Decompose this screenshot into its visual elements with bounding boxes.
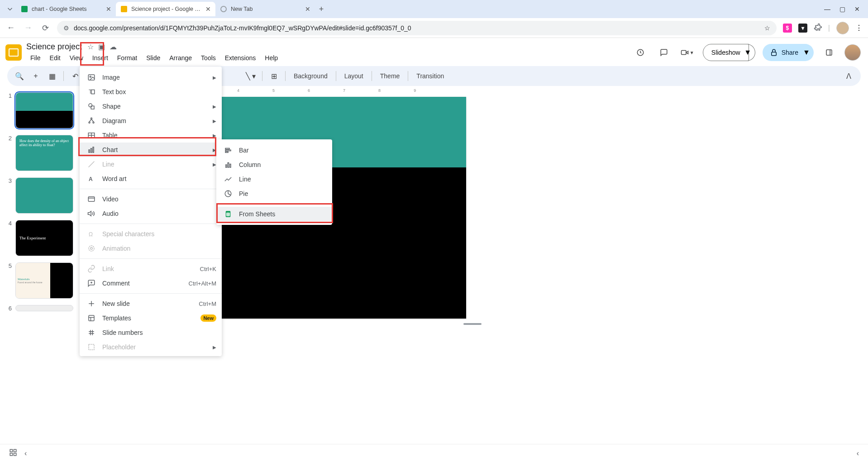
menu-edit[interactable]: Edit — [46, 52, 65, 63]
meet-button[interactable]: ▼ — [679, 44, 696, 61]
chevron-down-icon — [6, 5, 14, 13]
svg-text:A: A — [89, 176, 93, 182]
slideshow-dropdown[interactable]: ▼ — [741, 44, 755, 61]
transition-button[interactable]: Transition — [413, 72, 448, 80]
browser-tab-newtab[interactable]: New Tab ✕ — [215, 2, 315, 16]
new-slide-button[interactable]: + — [29, 69, 43, 83]
svg-rect-47 — [225, 150, 231, 151]
menu-item-video[interactable]: Video — [80, 192, 222, 206]
tab-search-button[interactable] — [4, 3, 16, 15]
account-avatar[interactable] — [844, 44, 861, 61]
menu-item-audio[interactable]: Audio — [80, 206, 222, 221]
slide-thumbnail[interactable] — [15, 305, 73, 311]
menu-view[interactable]: View — [66, 52, 87, 63]
menu-item-diagram[interactable]: Diagram▶ — [80, 114, 222, 128]
svg-rect-51 — [230, 164, 231, 168]
version-history-button[interactable] — [632, 44, 649, 61]
menu-item-comment[interactable]: CommentCtrl+Alt+M — [80, 276, 222, 291]
cloud-status-icon[interactable]: ☁ — [110, 43, 117, 51]
slide-thumbnail[interactable]: Materials Found around the house — [15, 262, 73, 299]
prev-slide-button[interactable]: ‹ — [24, 449, 27, 457]
search-menus-button[interactable]: 🔍 — [13, 69, 26, 83]
document-title[interactable]: Science project — [26, 42, 82, 52]
explore-button[interactable]: ‹ — [857, 449, 859, 457]
line-tool-button[interactable]: ╲ ▾ — [244, 69, 258, 83]
comments-button[interactable] — [656, 44, 672, 61]
submenu-item-from-sheets[interactable]: From Sheets — [216, 207, 332, 221]
menu-help[interactable]: Help — [261, 52, 282, 63]
menu-tools[interactable]: Tools — [197, 52, 220, 63]
menu-file[interactable]: File — [26, 52, 45, 63]
menu-item-text-box[interactable]: TText box — [80, 85, 222, 99]
extension-icon[interactable]: ▾ — [798, 24, 807, 33]
menu-extensions[interactable]: Extensions — [221, 52, 260, 63]
menu-item-table[interactable]: Table▶ — [80, 128, 222, 143]
menu-item-slide-numbers[interactable]: Slide numbers — [80, 325, 222, 340]
move-folder-icon[interactable]: ▣ — [98, 43, 105, 51]
bookmark-star-icon[interactable]: ☆ — [764, 24, 770, 32]
extensions-menu-icon[interactable] — [814, 23, 822, 33]
profile-avatar[interactable] — [836, 22, 849, 34]
window-minimize-button[interactable]: — — [824, 5, 830, 13]
svg-rect-46 — [225, 148, 229, 149]
slide-thumbnails-panel: 1 2 How does the density of an object af… — [0, 86, 81, 444]
nav-forward-button[interactable]: → — [23, 23, 33, 33]
submenu-item-bar[interactable]: Bar — [216, 143, 332, 157]
menu-item-templates[interactable]: TemplatesNew — [80, 311, 222, 325]
tab-title: chart - Google Sheets — [32, 6, 102, 12]
menu-item-shape[interactable]: Shape▶ — [80, 99, 222, 114]
menu-item-image[interactable]: Image▶ — [80, 70, 222, 85]
new-tab-button[interactable]: + — [315, 3, 328, 15]
slide-thumbnail[interactable]: The Experiment — [15, 220, 73, 256]
appbar-toggle-button[interactable] — [821, 44, 837, 61]
menu-item-label: Pie — [239, 190, 327, 197]
submenu-item-column[interactable]: Column — [216, 157, 332, 172]
share-dropdown[interactable]: ▼ — [799, 44, 814, 61]
slides-logo-icon[interactable] — [5, 44, 22, 61]
window-maximize-button[interactable]: ▢ — [839, 5, 845, 13]
comment-add-button[interactable]: ⊞ — [267, 69, 281, 83]
close-icon[interactable]: ✕ — [205, 5, 211, 13]
menu-item-label: Word art — [102, 175, 216, 182]
extension-icon[interactable]: $ — [783, 24, 792, 33]
grid-view-button[interactable] — [9, 448, 17, 458]
menu-item-word-art[interactable]: AWord art — [80, 171, 222, 186]
menu-slide[interactable]: Slide — [142, 52, 164, 63]
browser-tab-sheets[interactable]: chart - Google Sheets ✕ — [16, 2, 116, 16]
submenu-item-line[interactable]: Line — [216, 172, 332, 186]
svg-rect-3 — [771, 52, 776, 56]
thumb-number: 2 — [5, 135, 12, 142]
background-button[interactable]: Background — [290, 72, 331, 80]
layout-button[interactable]: ▦ — [45, 69, 59, 83]
close-icon[interactable]: ✕ — [305, 5, 310, 13]
menu-format[interactable]: Format — [113, 52, 141, 63]
menu-item-chart[interactable]: Chart▶ — [80, 143, 222, 157]
theme-button[interactable]: Theme — [377, 72, 404, 80]
menu-arrange[interactable]: Arrange — [165, 52, 196, 63]
menu-item-new-slide[interactable]: New slideCtrl+M — [80, 296, 222, 311]
submenu-arrow-icon: ▶ — [213, 148, 216, 152]
url-input[interactable]: ⚙ docs.google.com/presentation/d/1FQMYtZ… — [57, 21, 777, 35]
menu-item-label: Line — [102, 161, 206, 168]
browser-tab-slides[interactable]: Science project - Google Slides ✕ — [116, 2, 215, 16]
thumb-number: 4 — [5, 220, 12, 227]
window-close-button[interactable]: ✕ — [854, 5, 860, 13]
slide-thumbnail[interactable] — [15, 92, 73, 129]
close-icon[interactable]: ✕ — [106, 5, 111, 13]
layout-text-button[interactable]: Layout — [341, 72, 367, 80]
url-text: docs.google.com/presentation/d/1FQMYtZh3… — [74, 24, 411, 32]
submenu-item-pie[interactable]: Pie — [216, 186, 332, 201]
slide-thumbnail[interactable] — [15, 177, 73, 214]
svg-rect-7 — [14, 449, 16, 452]
star-icon[interactable]: ☆ — [87, 43, 94, 51]
table-icon — [87, 131, 96, 140]
nav-back-button[interactable]: ← — [5, 23, 16, 33]
collapse-toolbar-button[interactable]: ᐱ — [842, 69, 855, 83]
slide-thumbnail[interactable]: How does the density of an object affect… — [15, 135, 73, 171]
menu-item-label: Image — [102, 74, 206, 81]
browser-menu-button[interactable]: ⋮ — [855, 24, 863, 32]
svg-rect-8 — [10, 453, 12, 455]
site-info-icon[interactable]: ⚙ — [63, 24, 69, 32]
nav-reload-button[interactable]: ⟳ — [40, 23, 51, 33]
menu-insert[interactable]: Insert — [88, 52, 112, 63]
